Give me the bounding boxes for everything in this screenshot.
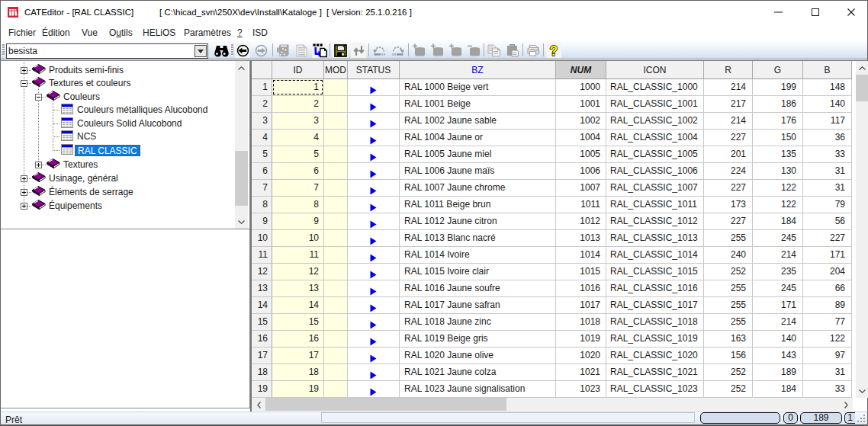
svg-text:?: ? xyxy=(550,43,558,58)
